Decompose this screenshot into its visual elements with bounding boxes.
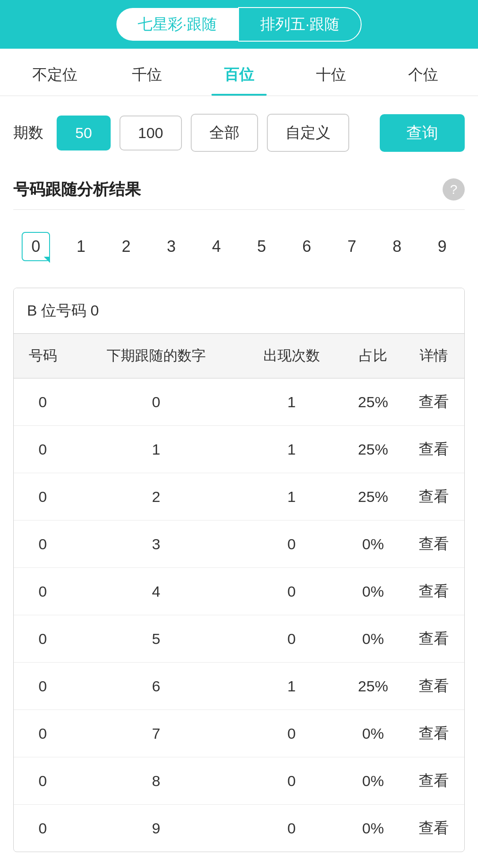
period-btn-自定义[interactable]: 自定义 — [267, 114, 349, 152]
cell-value: 25% — [343, 663, 403, 710]
table-row: 0800%查看 — [14, 757, 464, 805]
cell-value: 0% — [343, 615, 403, 663]
detail-link[interactable]: 查看 — [404, 805, 464, 852]
cell-value: 0 — [14, 521, 72, 568]
table-row: 00125%查看 — [14, 378, 464, 426]
number-selector: 0123456789 — [0, 214, 478, 279]
cell-value: 0% — [343, 805, 403, 852]
cell-value: 1 — [240, 663, 343, 710]
nav-tab-budinwei[interactable]: 不定位 — [9, 49, 101, 96]
nav-tab-shiwei[interactable]: 十位 — [285, 49, 377, 96]
nav-tab-qianwei[interactable]: 千位 — [101, 49, 193, 96]
col-header-号码: 号码 — [14, 334, 72, 378]
table-row: 02125%查看 — [14, 473, 464, 521]
col-header-下期跟随的数字: 下期跟随的数字 — [72, 334, 240, 378]
cell-value: 1 — [240, 426, 343, 473]
detail-link[interactable]: 查看 — [404, 521, 464, 568]
cell-value: 25% — [343, 473, 403, 521]
cell-value: 0 — [240, 805, 343, 852]
num-item-0[interactable]: 0 — [13, 223, 58, 270]
num-item-1[interactable]: 1 — [58, 228, 104, 265]
cell-value: 0 — [14, 805, 72, 852]
num-item-5[interactable]: 5 — [239, 228, 284, 265]
cell-value: 0 — [240, 710, 343, 757]
table-row: 0700%查看 — [14, 710, 464, 757]
cell-value: 25% — [343, 378, 403, 426]
col-header-详情: 详情 — [404, 334, 464, 378]
detail-link[interactable]: 查看 — [404, 426, 464, 473]
table-row: 0400%查看 — [14, 568, 464, 615]
cell-value: 0% — [343, 521, 403, 568]
cell-value: 8 — [72, 757, 240, 805]
num-item-9[interactable]: 9 — [420, 228, 465, 265]
table-row: 06125%查看 — [14, 663, 464, 710]
detail-link[interactable]: 查看 — [404, 378, 464, 426]
nav-tab-gewei[interactable]: 个位 — [377, 49, 469, 96]
cell-value: 0 — [14, 473, 72, 521]
cell-value: 1 — [72, 426, 240, 473]
detail-link[interactable]: 查看 — [404, 568, 464, 615]
num-item-3[interactable]: 3 — [149, 228, 194, 265]
cell-value: 0 — [240, 757, 343, 805]
detail-link[interactable]: 查看 — [404, 473, 464, 521]
detail-link[interactable]: 查看 — [404, 615, 464, 663]
period-label: 期数 — [13, 123, 43, 143]
cell-value: 5 — [72, 615, 240, 663]
num-item-7[interactable]: 7 — [329, 228, 374, 265]
cell-value: 0 — [14, 615, 72, 663]
detail-link[interactable]: 查看 — [404, 710, 464, 757]
header: 七星彩·跟随 排列五·跟随 — [0, 0, 478, 49]
help-icon[interactable]: ? — [443, 178, 465, 201]
table-body: 00125%查看01125%查看02125%查看0300%查看0400%查看05… — [14, 378, 464, 852]
cell-value: 0 — [14, 568, 72, 615]
nav-tabs: 不定位千位百位十位个位 — [0, 49, 478, 96]
cell-value: 0 — [14, 426, 72, 473]
table-row: 0900%查看 — [14, 805, 464, 852]
table-section: B 位号码 0 号码下期跟随的数字出现次数占比详情 00125%查看01125%… — [13, 288, 465, 852]
period-btn-100[interactable]: 100 — [120, 116, 182, 150]
period-btn-50[interactable]: 50 — [57, 116, 111, 150]
header-tab-pailiewu[interactable]: 排列五·跟随 — [238, 7, 362, 42]
cell-value: 0 — [240, 615, 343, 663]
cell-value: 1 — [240, 473, 343, 521]
cell-value: 0 — [14, 378, 72, 426]
cell-value: 1 — [240, 378, 343, 426]
cell-value: 0 — [14, 710, 72, 757]
col-header-占比: 占比 — [343, 334, 403, 378]
query-button[interactable]: 查询 — [380, 114, 465, 152]
period-btn-全部[interactable]: 全部 — [191, 114, 258, 152]
cell-value: 9 — [72, 805, 240, 852]
period-section: 期数 50100全部自定义查询 — [0, 96, 478, 170]
divider — [13, 209, 465, 210]
cell-value: 0% — [343, 710, 403, 757]
table-row: 0300%查看 — [14, 521, 464, 568]
table-header-row: 号码下期跟随的数字出现次数占比详情 — [14, 334, 464, 378]
result-title: 号码跟随分析结果 — [13, 179, 141, 201]
table-row: 0500%查看 — [14, 615, 464, 663]
detail-link[interactable]: 查看 — [404, 757, 464, 805]
num-item-8[interactable]: 8 — [374, 228, 420, 265]
num-item-6[interactable]: 6 — [284, 228, 329, 265]
table-position-label: B 位号码 0 — [14, 288, 464, 334]
data-table: 号码下期跟随的数字出现次数占比详情 00125%查看01125%查看02125%… — [14, 334, 464, 852]
nav-tab-baiwei[interactable]: 百位 — [193, 49, 285, 96]
detail-link[interactable]: 查看 — [404, 663, 464, 710]
cell-value: 0 — [240, 521, 343, 568]
num-item-2[interactable]: 2 — [104, 228, 149, 265]
cell-value: 0 — [240, 568, 343, 615]
cell-value: 6 — [72, 663, 240, 710]
cell-value: 0 — [14, 663, 72, 710]
cell-value: 0% — [343, 757, 403, 805]
cell-value: 0 — [72, 378, 240, 426]
cell-value: 4 — [72, 568, 240, 615]
cell-value: 3 — [72, 521, 240, 568]
col-header-出现次数: 出现次数 — [240, 334, 343, 378]
cell-value: 2 — [72, 473, 240, 521]
header-tab-qixingcai[interactable]: 七星彩·跟随 — [116, 8, 238, 41]
cell-value: 0 — [14, 757, 72, 805]
cell-value: 7 — [72, 710, 240, 757]
num-item-4[interactable]: 4 — [194, 228, 239, 265]
cell-value: 0% — [343, 568, 403, 615]
table-row: 01125%查看 — [14, 426, 464, 473]
result-title-section: 号码跟随分析结果 ? — [0, 170, 478, 205]
